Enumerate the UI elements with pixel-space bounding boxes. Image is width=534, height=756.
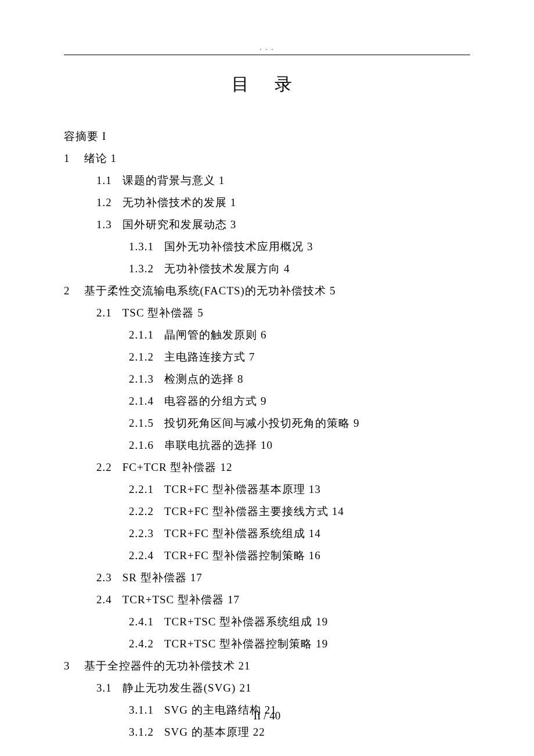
toc-entry-label: 无功补偿技术发展方向 bbox=[164, 262, 280, 275]
toc-entry-label: 国外研究和发展动态 bbox=[122, 218, 227, 231]
toc-entry-number: 2.2.1 bbox=[129, 483, 154, 495]
toc-entry-number: 2.2.2 bbox=[129, 505, 154, 517]
toc-entry: 1.3.1国外无功补偿技术应用概况3 bbox=[64, 236, 470, 258]
toc-entry-number: 2.2.3 bbox=[129, 527, 154, 539]
toc-entry: 3.1.2SVG 的基本原理22 bbox=[64, 721, 470, 743]
toc-entry-number: 2.1.3 bbox=[129, 373, 154, 385]
toc-entry-label: TCR+TSC 型补偿器 bbox=[122, 593, 224, 606]
toc-entry-number: 3.1 bbox=[96, 682, 112, 694]
toc-entry: 2.2.2TCR+FC 型补偿器主要接线方式14 bbox=[64, 501, 470, 523]
toc-entry-page: 1 bbox=[230, 196, 237, 208]
toc-entry: 2基于柔性交流输电系统(FACTS)的无功补偿技术5 bbox=[64, 280, 470, 302]
toc-entry-page: 9 bbox=[261, 395, 267, 407]
toc-entry-label: 串联电抗器的选择 bbox=[164, 439, 257, 451]
toc-entry-label: 检测点的选择 bbox=[164, 373, 234, 385]
toc-entry-label: 绪论 bbox=[84, 152, 107, 164]
toc-entry-page: 3 bbox=[230, 218, 237, 231]
toc-entry-page: 8 bbox=[237, 373, 244, 385]
toc-entry: 2.1.1晶闸管的触发原则6 bbox=[64, 324, 470, 346]
toc-entry-label: TSC 型补偿器 bbox=[122, 307, 194, 319]
toc-entry-number: 2.1.6 bbox=[129, 439, 154, 451]
toc-entry: 2.3SR 型补偿器17 bbox=[64, 567, 470, 589]
toc-entry-page: 21 bbox=[239, 682, 251, 694]
toc-entry: 2.2.1TCR+FC 型补偿器基本原理13 bbox=[64, 478, 470, 501]
toc-entry-page: 19 bbox=[316, 615, 328, 628]
toc-entry-label: 电容器的分组方式 bbox=[164, 395, 257, 407]
toc-entry: 2.1.3检测点的选择8 bbox=[64, 368, 470, 390]
toc-entry-number: 1.3 bbox=[96, 218, 112, 231]
toc-entry: 1.2无功补偿技术的发展1 bbox=[64, 192, 470, 214]
toc-entry-number: 1.1 bbox=[96, 174, 112, 186]
toc-entry-page: 1 bbox=[111, 152, 117, 164]
header-rule bbox=[64, 55, 470, 55]
toc-entry-page: 17 bbox=[190, 571, 203, 584]
toc-entry-number: 2.1.5 bbox=[129, 417, 154, 429]
toc-entry-number: 2 bbox=[64, 285, 70, 297]
toc-entry-label: 国外无功补偿技术应用概况 bbox=[164, 240, 304, 253]
toc-entry: 3.1静止无功发生器(SVG)21 bbox=[64, 677, 470, 699]
toc-entry: 2.1TSC 型补偿器5 bbox=[64, 302, 470, 324]
toc-entry: 2.4.1TCR+TSC 型补偿器系统组成19 bbox=[64, 611, 470, 633]
toc-entry-page: 4 bbox=[284, 262, 290, 275]
toc-entry-page: 21 bbox=[239, 660, 251, 672]
toc-entry-label: TCR+FC 型补偿器主要接线方式 bbox=[164, 505, 329, 517]
toc-entry-page: 1 bbox=[219, 174, 225, 186]
toc-entry-page: 5 bbox=[330, 285, 336, 297]
toc-entry-number: 2.1 bbox=[96, 307, 112, 319]
toc-entry-page: 3 bbox=[307, 240, 313, 253]
toc-entry-number: 2.4.2 bbox=[129, 638, 154, 650]
toc-entry-page: 12 bbox=[220, 461, 232, 473]
toc-entry-label: 课题的背景与意义 bbox=[122, 174, 215, 186]
toc-entry-label: TCR+TSC 型补偿器控制策略 bbox=[164, 638, 312, 650]
toc-entry-page: 19 bbox=[316, 638, 328, 650]
toc-entry: 1.3.2无功补偿技术发展方向4 bbox=[64, 258, 470, 280]
toc-entry: 2.1.6串联电抗器的选择10 bbox=[64, 434, 470, 456]
page-title: 目 录 bbox=[64, 73, 470, 96]
toc-entry-page: 10 bbox=[261, 439, 273, 451]
toc-entry-number: 2.4 bbox=[96, 593, 112, 606]
toc-entry-page: 5 bbox=[197, 307, 204, 319]
toc-entry-number: 1.2 bbox=[96, 196, 112, 208]
toc-entry-number: 2.1.1 bbox=[129, 329, 154, 341]
toc-entry-number: 2.1.2 bbox=[129, 351, 154, 363]
toc-entry: 1绪论1 bbox=[64, 147, 470, 170]
toc-entry-number: 2.2 bbox=[96, 461, 112, 473]
header-dots: . . . bbox=[64, 44, 470, 52]
toc-entry-number: 2.3 bbox=[96, 571, 112, 584]
toc-entry-label: SVG 的基本原理 bbox=[164, 726, 250, 738]
toc-entry-page: 14 bbox=[332, 505, 344, 517]
toc-entry-label: TCR+FC 型补偿器基本原理 bbox=[164, 483, 305, 495]
toc-entry-page: 17 bbox=[228, 593, 240, 606]
toc-entry-page: 14 bbox=[309, 527, 321, 539]
toc-entry-page: 7 bbox=[249, 351, 255, 363]
toc-entry: 1.1课题的背景与意义1 bbox=[64, 170, 470, 192]
toc-entry-number: 2.2.4 bbox=[129, 549, 154, 561]
page-container: . . . 目 录 容摘要I1绪论11.1课题的背景与意义11.2无功补偿技术的… bbox=[0, 0, 534, 743]
toc-entry-label: 投切死角区间与减小投切死角的策略 bbox=[164, 417, 350, 429]
toc-entry: 容摘要I bbox=[64, 125, 470, 147]
toc-entry-label: TCR+FC 型补偿器系统组成 bbox=[164, 527, 305, 539]
toc-entry: 2.4TCR+TSC 型补偿器17 bbox=[64, 589, 470, 611]
toc-entry-number: 2.4.1 bbox=[129, 615, 154, 628]
toc-entry-label: 基于全控器件的无功补偿技术 bbox=[84, 660, 235, 672]
toc-entry-page: 22 bbox=[253, 726, 265, 738]
toc-entry-label: TCR+FC 型补偿器控制策略 bbox=[164, 549, 305, 561]
toc-entry: 1.3国外研究和发展动态3 bbox=[64, 214, 470, 236]
toc-entry-number: 1.3.1 bbox=[129, 240, 154, 253]
toc-entry: 2.2FC+TCR 型补偿器12 bbox=[64, 456, 470, 478]
toc-entry-number: 3.1.2 bbox=[129, 726, 154, 738]
toc-entry-page: 6 bbox=[261, 329, 267, 341]
toc-entry-label: 基于柔性交流输电系统(FACTS)的无功补偿技术 bbox=[84, 285, 326, 297]
table-of-contents: 容摘要I1绪论11.1课题的背景与意义11.2无功补偿技术的发展11.3国外研究… bbox=[64, 125, 470, 743]
toc-entry-label: TCR+TSC 型补偿器系统组成 bbox=[164, 615, 312, 628]
toc-entry-label: 晶闸管的触发原则 bbox=[164, 329, 257, 341]
toc-entry: 2.4.2TCR+TSC 型补偿器控制策略19 bbox=[64, 633, 470, 655]
toc-entry-page: 9 bbox=[353, 417, 360, 429]
toc-entry-label: 无功补偿技术的发展 bbox=[122, 196, 227, 208]
page-footer: II / 40 bbox=[0, 710, 534, 722]
toc-entry: 2.2.4TCR+FC 型补偿器控制策略16 bbox=[64, 545, 470, 567]
toc-entry: 2.2.3TCR+FC 型补偿器系统组成14 bbox=[64, 523, 470, 545]
toc-entry-page: 16 bbox=[309, 549, 321, 561]
toc-entry-label: 容摘要 bbox=[64, 130, 99, 142]
toc-entry-number: 2.1.4 bbox=[129, 395, 154, 407]
